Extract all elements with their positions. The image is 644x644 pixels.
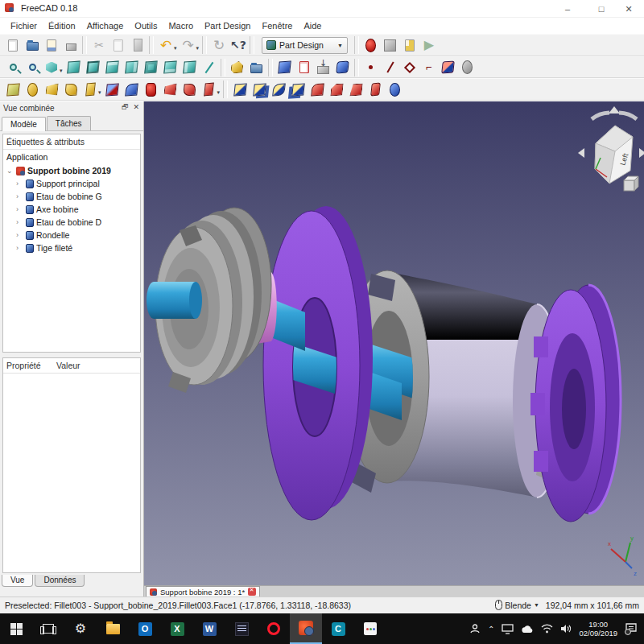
pocket-button[interactable] <box>103 80 122 99</box>
file-explorer-button[interactable] <box>97 613 129 644</box>
onedrive-cloud-icon[interactable] <box>521 625 534 634</box>
undo-button[interactable]: ↶ <box>156 35 175 55</box>
draft-button[interactable] <box>346 80 365 99</box>
freecad-taskbar-button[interactable] <box>290 613 322 644</box>
dark-app-button[interactable] <box>225 613 258 644</box>
hidden-icons-chevron[interactable]: ⌃ <box>488 625 494 634</box>
menu-outils[interactable]: Outils <box>129 19 163 32</box>
action-center-icon[interactable] <box>625 622 638 635</box>
shape-binder-button[interactable] <box>333 58 353 77</box>
chevron-right-icon[interactable] <box>16 205 23 213</box>
start-button[interactable] <box>0 613 32 644</box>
view-left-button[interactable] <box>180 58 200 77</box>
menu-macro[interactable]: Macro <box>163 19 199 32</box>
refresh-button[interactable]: ↻ <box>209 35 229 55</box>
tree-item-support-principal[interactable]: Support principal <box>3 177 140 190</box>
polar-pattern-button[interactable] <box>269 80 288 99</box>
chevron-right-icon[interactable] <box>16 192 23 200</box>
tab-vue[interactable]: Vue <box>2 575 33 587</box>
chevron-right-icon[interactable] <box>16 244 23 252</box>
datum-line-button[interactable] <box>381 58 400 77</box>
create-group-button[interactable] <box>247 58 266 77</box>
menu-part-design[interactable]: Part Design <box>199 19 256 32</box>
draw-style-button[interactable] <box>42 58 61 77</box>
paste-button[interactable] <box>128 35 147 55</box>
tab-close-icon[interactable] <box>248 588 256 596</box>
stop-macro-button[interactable] <box>381 35 400 55</box>
menu-affichage[interactable]: Affichage <box>81 19 130 32</box>
view-top-button[interactable] <box>103 58 122 77</box>
tree-item-axe-bobine[interactable]: Axe bobine <box>3 203 140 216</box>
tab-modele[interactable]: Modèle <box>2 117 46 131</box>
opera-button[interactable] <box>258 613 290 644</box>
fit-all-button[interactable] <box>3 58 23 77</box>
chevron-right-icon[interactable] <box>16 231 23 239</box>
people-icon[interactable] <box>469 623 481 634</box>
additive-loft-button[interactable] <box>42 80 61 99</box>
dock-panel-icon[interactable]: 🗗 <box>122 103 129 111</box>
linear-pattern-button[interactable] <box>250 80 269 99</box>
menu-fenetre[interactable]: Fenêtre <box>257 19 299 32</box>
outlook-button[interactable]: O <box>129 613 161 644</box>
3d-viewport[interactable]: Left x y z <box>144 101 644 585</box>
settings-button[interactable]: ⚙ <box>64 613 97 644</box>
mirrored-button[interactable] <box>230 80 250 99</box>
additive-pipe-button[interactable] <box>61 80 80 99</box>
subtractive-primitive-button[interactable] <box>200 80 219 99</box>
tree-item-tige-filete[interactable]: Tige fileté <box>3 242 140 254</box>
tree-item-etau-g[interactable]: Etau de bobine G <box>3 190 140 203</box>
taskbar-clock[interactable]: 19:00 02/09/2019 <box>579 620 617 638</box>
menu-fichier[interactable]: Fichier <box>5 19 43 32</box>
wifi-icon[interactable] <box>541 624 553 634</box>
copy-button[interactable] <box>109 35 128 55</box>
navigation-style-selector[interactable]: Blende ▼ <box>495 600 539 610</box>
pad-button[interactable] <box>3 80 23 99</box>
subshape-button[interactable] <box>458 58 477 77</box>
minimize-button[interactable]: – <box>554 0 581 18</box>
fillet-button[interactable] <box>308 80 327 99</box>
menu-edition[interactable]: Édition <box>43 19 81 32</box>
edit-macro-button[interactable] <box>400 35 419 55</box>
close-button[interactable]: ✕ <box>615 0 642 18</box>
revolution-button[interactable] <box>23 80 42 99</box>
import-file-button[interactable]: ↓ <box>314 58 333 77</box>
tree-item-etau-d[interactable]: Etau de bobine D <box>3 216 140 229</box>
boolean-operation-button[interactable] <box>385 80 404 99</box>
word-button[interactable]: W <box>193 613 225 644</box>
tab-donnees[interactable]: Données <box>35 575 85 587</box>
multi-transform-button[interactable] <box>288 80 308 99</box>
record-macro-button[interactable] <box>361 35 381 55</box>
camtasia-button[interactable]: C <box>322 613 354 644</box>
view-front-button[interactable] <box>84 58 103 77</box>
local-coordinate-system-button[interactable]: ⌐ <box>419 58 439 77</box>
view-bottom-button[interactable] <box>161 58 180 77</box>
create-part-button[interactable] <box>228 58 247 77</box>
tree-item-document[interactable]: Support bobine 2019 <box>3 164 140 177</box>
clone-button[interactable] <box>439 58 458 77</box>
excel-button[interactable]: X <box>161 613 193 644</box>
thickness-button[interactable] <box>365 80 385 99</box>
subtractive-pipe-button[interactable] <box>180 80 200 99</box>
close-panel-icon[interactable]: ✕ <box>133 103 139 111</box>
task-view-button[interactable] <box>32 613 64 644</box>
measure-distance-button[interactable] <box>200 58 219 77</box>
chevron-right-icon[interactable] <box>16 180 23 188</box>
chevron-down-icon[interactable] <box>6 167 14 175</box>
print-button[interactable] <box>61 35 80 55</box>
save-button[interactable] <box>42 35 61 55</box>
dots-app-button[interactable] <box>354 613 386 644</box>
new-document-button[interactable] <box>3 35 23 55</box>
tree-item-rondelle[interactable]: Rondelle <box>3 229 140 242</box>
datum-plane-button[interactable] <box>400 58 419 77</box>
redo-button[interactable]: ↷ <box>179 35 198 55</box>
chamfer-button[interactable] <box>327 80 346 99</box>
section-clip-button[interactable] <box>295 58 314 77</box>
view-rear-button[interactable] <box>142 58 161 77</box>
maximize-button[interactable]: □ <box>588 0 615 18</box>
tab-taches[interactable]: Tâches <box>47 116 91 130</box>
nav-mini-cube-icon[interactable] <box>624 176 638 191</box>
create-body-button[interactable] <box>275 58 295 77</box>
zoom-box-button[interactable] <box>23 58 42 77</box>
subtractive-loft-button[interactable] <box>161 80 180 99</box>
hole-button[interactable] <box>122 80 142 99</box>
